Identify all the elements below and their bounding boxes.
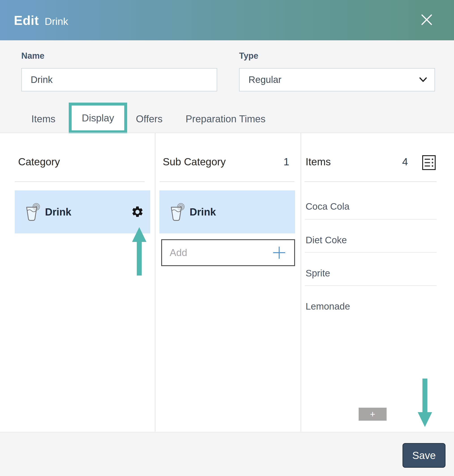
items-column-title: Items	[306, 156, 331, 168]
item-row-diet-coke[interactable]: Diet Coke	[306, 235, 437, 246]
modal-title-entity: Drink	[45, 16, 68, 27]
subcategory-column-title: Sub Category	[163, 156, 226, 168]
list-icon[interactable]	[422, 155, 436, 170]
items-header-underline	[304, 181, 437, 182]
save-button[interactable]: Save	[402, 443, 446, 468]
add-item-button[interactable]: +	[359, 408, 387, 421]
tab-display[interactable]: Display	[72, 106, 124, 130]
type-select[interactable]: Regular	[239, 68, 435, 91]
type-select-value: Regular	[240, 74, 281, 85]
category-row-label: Drink	[45, 206, 71, 218]
gear-icon[interactable]	[131, 205, 144, 218]
drink-glass-icon	[25, 202, 40, 222]
drink-glass-icon	[170, 202, 185, 222]
category-column-title: Category	[18, 156, 60, 168]
item-row-lemonade[interactable]: Lemonade	[306, 301, 437, 312]
close-button[interactable]	[418, 12, 435, 29]
item-row-coca-cola[interactable]: Coca Cola	[306, 201, 437, 212]
tab-offers[interactable]: Offers	[136, 113, 163, 124]
tab-preparation-times[interactable]: Preparation Times	[186, 113, 265, 124]
modal-title-action: Edit	[14, 13, 39, 28]
type-label: Type	[239, 51, 258, 61]
plus-icon[interactable]	[272, 246, 294, 260]
modal-footer	[0, 432, 454, 476]
item-divider	[305, 285, 437, 286]
name-input[interactable]	[22, 74, 217, 85]
column-divider	[301, 133, 301, 431]
name-label: Name	[21, 51, 45, 61]
column-divider	[155, 133, 155, 431]
annotation-arrow-down	[418, 412, 432, 427]
items-count: 4	[392, 156, 408, 168]
add-subcategory-input[interactable]	[162, 247, 260, 259]
item-divider	[305, 219, 437, 220]
category-header-underline	[15, 181, 145, 182]
modal-title: Edit Drink	[14, 13, 68, 28]
tab-display-highlight[interactable]: Display	[69, 103, 127, 133]
modal-header: Edit Drink	[0, 0, 454, 40]
close-icon	[420, 13, 433, 27]
subcategory-row-drink[interactable]: Drink	[159, 190, 295, 233]
annotation-arrow-up-shaft	[137, 241, 142, 276]
tabs-divider	[0, 133, 454, 133]
annotation-arrow-up	[132, 227, 146, 242]
name-field-box	[21, 68, 217, 91]
add-subcategory-box[interactable]	[161, 239, 295, 266]
subcategory-row-label: Drink	[190, 206, 216, 218]
item-row-sprite[interactable]: Sprite	[306, 268, 437, 279]
chevron-down-icon	[419, 77, 435, 82]
subcategory-header-underline	[160, 181, 294, 182]
annotation-arrow-down-shaft	[423, 379, 427, 413]
subcategory-count: 1	[269, 156, 289, 168]
edit-category-modal: Edit Drink Name Type Regular Items Displ…	[0, 0, 454, 476]
category-row-drink[interactable]: Drink	[15, 190, 150, 233]
item-divider	[305, 252, 437, 253]
tab-items[interactable]: Items	[31, 113, 55, 124]
